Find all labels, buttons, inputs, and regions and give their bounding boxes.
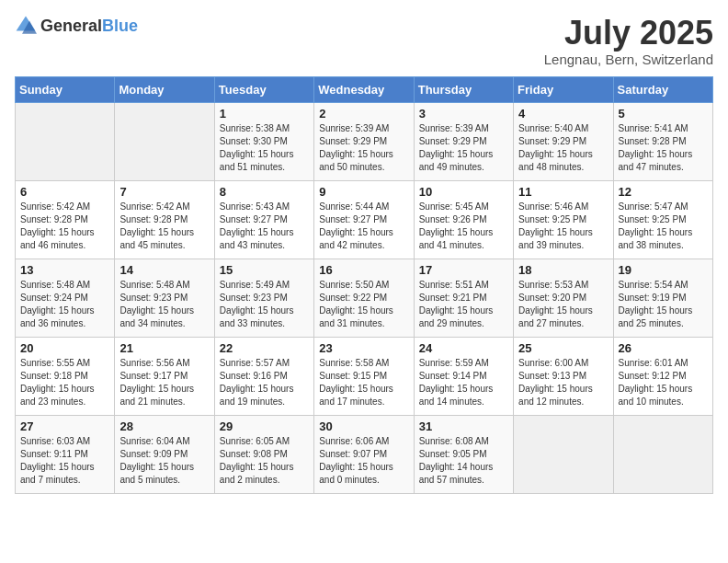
day-info: Sunrise: 6:00 AMSunset: 9:13 PMDaylight:… bbox=[518, 357, 608, 408]
day-number: 25 bbox=[518, 341, 608, 355]
day-number: 4 bbox=[518, 107, 608, 121]
calendar-cell: 10Sunrise: 5:45 AMSunset: 9:26 PMDayligh… bbox=[414, 180, 513, 259]
day-info: Sunrise: 5:46 AMSunset: 9:25 PMDaylight:… bbox=[518, 201, 608, 252]
day-number: 22 bbox=[220, 341, 309, 355]
day-info: Sunrise: 6:03 AMSunset: 9:11 PMDaylight:… bbox=[20, 435, 109, 487]
month-year-title: July 2025 bbox=[544, 15, 713, 52]
day-info: Sunrise: 5:45 AMSunset: 9:26 PMDaylight:… bbox=[419, 201, 508, 252]
day-number: 5 bbox=[619, 107, 708, 121]
day-number: 20 bbox=[20, 341, 109, 355]
calendar-cell: 1Sunrise: 5:38 AMSunset: 9:30 PMDaylight… bbox=[214, 102, 313, 180]
day-number: 12 bbox=[619, 185, 708, 199]
day-info: Sunrise: 5:51 AMSunset: 9:21 PMDaylight:… bbox=[419, 279, 508, 330]
day-number: 30 bbox=[319, 419, 408, 433]
day-info: Sunrise: 5:48 AMSunset: 9:24 PMDaylight:… bbox=[20, 279, 109, 330]
calendar-cell: 17Sunrise: 5:51 AMSunset: 9:21 PMDayligh… bbox=[414, 259, 513, 337]
calendar-cell: 19Sunrise: 5:54 AMSunset: 9:19 PMDayligh… bbox=[613, 259, 712, 337]
day-number: 24 bbox=[419, 341, 508, 355]
week-row-4: 20Sunrise: 5:55 AMSunset: 9:18 PMDayligh… bbox=[16, 337, 713, 415]
calendar-cell: 18Sunrise: 5:53 AMSunset: 9:20 PMDayligh… bbox=[514, 259, 613, 337]
week-row-1: 1Sunrise: 5:38 AMSunset: 9:30 PMDaylight… bbox=[16, 102, 713, 180]
calendar-cell: 16Sunrise: 5:50 AMSunset: 9:22 PMDayligh… bbox=[314, 259, 414, 337]
day-info: Sunrise: 6:04 AMSunset: 9:09 PMDaylight:… bbox=[119, 435, 209, 487]
weekday-header-monday: Monday bbox=[115, 76, 214, 102]
day-info: Sunrise: 5:50 AMSunset: 9:22 PMDaylight:… bbox=[319, 279, 408, 330]
day-number: 15 bbox=[220, 263, 309, 277]
calendar-cell: 25Sunrise: 6:00 AMSunset: 9:13 PMDayligh… bbox=[514, 337, 613, 415]
calendar-cell: 31Sunrise: 6:08 AMSunset: 9:05 PMDayligh… bbox=[414, 415, 513, 493]
calendar-cell: 4Sunrise: 5:40 AMSunset: 9:29 PMDaylight… bbox=[514, 102, 613, 180]
day-info: Sunrise: 5:55 AMSunset: 9:18 PMDaylight:… bbox=[20, 357, 109, 408]
logo: GeneralBlue bbox=[15, 15, 138, 37]
day-info: Sunrise: 5:40 AMSunset: 9:29 PMDaylight:… bbox=[518, 122, 608, 174]
day-number: 19 bbox=[619, 263, 708, 277]
week-row-2: 6Sunrise: 5:42 AMSunset: 9:28 PMDaylight… bbox=[16, 180, 713, 259]
day-number: 23 bbox=[319, 341, 408, 355]
week-row-3: 13Sunrise: 5:48 AMSunset: 9:24 PMDayligh… bbox=[16, 259, 713, 337]
day-number: 28 bbox=[119, 419, 209, 433]
day-number: 13 bbox=[20, 263, 109, 277]
day-number: 1 bbox=[220, 107, 309, 121]
day-number: 7 bbox=[119, 185, 209, 199]
day-info: Sunrise: 5:41 AMSunset: 9:28 PMDaylight:… bbox=[619, 122, 708, 174]
calendar-cell: 13Sunrise: 5:48 AMSunset: 9:24 PMDayligh… bbox=[16, 259, 115, 337]
day-info: Sunrise: 5:42 AMSunset: 9:28 PMDaylight:… bbox=[119, 201, 209, 252]
day-info: Sunrise: 5:49 AMSunset: 9:23 PMDaylight:… bbox=[220, 279, 309, 330]
calendar-cell: 7Sunrise: 5:42 AMSunset: 9:28 PMDaylight… bbox=[115, 180, 214, 259]
calendar-cell: 21Sunrise: 5:56 AMSunset: 9:17 PMDayligh… bbox=[115, 337, 214, 415]
day-number: 8 bbox=[220, 185, 309, 199]
calendar-cell: 6Sunrise: 5:42 AMSunset: 9:28 PMDaylight… bbox=[16, 180, 115, 259]
day-number: 18 bbox=[518, 263, 608, 277]
weekday-header-saturday: Saturday bbox=[613, 76, 712, 102]
day-number: 29 bbox=[220, 419, 309, 433]
calendar-cell: 27Sunrise: 6:03 AMSunset: 9:11 PMDayligh… bbox=[16, 415, 115, 493]
day-number: 26 bbox=[619, 341, 708, 355]
calendar-cell: 3Sunrise: 5:39 AMSunset: 9:29 PMDaylight… bbox=[414, 102, 513, 180]
calendar-cell: 28Sunrise: 6:04 AMSunset: 9:09 PMDayligh… bbox=[115, 415, 214, 493]
calendar-cell: 15Sunrise: 5:49 AMSunset: 9:23 PMDayligh… bbox=[214, 259, 313, 337]
calendar-cell: 26Sunrise: 6:01 AMSunset: 9:12 PMDayligh… bbox=[613, 337, 712, 415]
day-number: 17 bbox=[419, 263, 508, 277]
calendar-cell: 5Sunrise: 5:41 AMSunset: 9:28 PMDaylight… bbox=[613, 102, 712, 180]
day-info: Sunrise: 5:39 AMSunset: 9:29 PMDaylight:… bbox=[319, 122, 408, 174]
weekday-header-row: SundayMondayTuesdayWednesdayThursdayFrid… bbox=[16, 76, 713, 102]
day-info: Sunrise: 5:43 AMSunset: 9:27 PMDaylight:… bbox=[220, 201, 309, 252]
day-info: Sunrise: 5:42 AMSunset: 9:28 PMDaylight:… bbox=[20, 201, 109, 252]
day-info: Sunrise: 5:39 AMSunset: 9:29 PMDaylight:… bbox=[419, 122, 508, 174]
day-info: Sunrise: 5:54 AMSunset: 9:19 PMDaylight:… bbox=[619, 279, 708, 330]
calendar-cell: 23Sunrise: 5:58 AMSunset: 9:15 PMDayligh… bbox=[314, 337, 414, 415]
calendar-cell: 2Sunrise: 5:39 AMSunset: 9:29 PMDaylight… bbox=[314, 102, 414, 180]
calendar-cell: 9Sunrise: 5:44 AMSunset: 9:27 PMDaylight… bbox=[314, 180, 414, 259]
weekday-header-sunday: Sunday bbox=[16, 76, 115, 102]
day-info: Sunrise: 6:08 AMSunset: 9:05 PMDaylight:… bbox=[419, 435, 508, 487]
calendar-cell bbox=[514, 415, 613, 493]
day-number: 21 bbox=[119, 341, 209, 355]
calendar-cell: 12Sunrise: 5:47 AMSunset: 9:25 PMDayligh… bbox=[613, 180, 712, 259]
title-block: July 2025 Lengnau, Bern, Switzerland bbox=[544, 15, 713, 67]
day-info: Sunrise: 5:44 AMSunset: 9:27 PMDaylight:… bbox=[319, 201, 408, 252]
calendar-cell bbox=[115, 102, 214, 180]
calendar-cell: 30Sunrise: 6:06 AMSunset: 9:07 PMDayligh… bbox=[314, 415, 414, 493]
logo-general-text: GeneralBlue bbox=[40, 17, 138, 35]
calendar-cell: 24Sunrise: 5:59 AMSunset: 9:14 PMDayligh… bbox=[414, 337, 513, 415]
weekday-header-thursday: Thursday bbox=[414, 76, 513, 102]
calendar-cell: 8Sunrise: 5:43 AMSunset: 9:27 PMDaylight… bbox=[214, 180, 313, 259]
day-info: Sunrise: 5:56 AMSunset: 9:17 PMDaylight:… bbox=[119, 357, 209, 408]
calendar-cell bbox=[16, 102, 115, 180]
calendar-cell: 11Sunrise: 5:46 AMSunset: 9:25 PMDayligh… bbox=[514, 180, 613, 259]
day-info: Sunrise: 5:57 AMSunset: 9:16 PMDaylight:… bbox=[220, 357, 309, 408]
day-number: 11 bbox=[518, 185, 608, 199]
day-info: Sunrise: 5:58 AMSunset: 9:15 PMDaylight:… bbox=[319, 357, 408, 408]
day-info: Sunrise: 5:47 AMSunset: 9:25 PMDaylight:… bbox=[619, 201, 708, 252]
location-subtitle: Lengnau, Bern, Switzerland bbox=[544, 52, 713, 67]
day-number: 31 bbox=[419, 419, 508, 433]
weekday-header-wednesday: Wednesday bbox=[314, 76, 414, 102]
day-info: Sunrise: 5:53 AMSunset: 9:20 PMDaylight:… bbox=[518, 279, 608, 330]
week-row-5: 27Sunrise: 6:03 AMSunset: 9:11 PMDayligh… bbox=[16, 415, 713, 493]
logo-icon bbox=[15, 15, 37, 37]
day-info: Sunrise: 5:38 AMSunset: 9:30 PMDaylight:… bbox=[220, 122, 309, 174]
calendar-cell: 22Sunrise: 5:57 AMSunset: 9:16 PMDayligh… bbox=[214, 337, 313, 415]
day-number: 3 bbox=[419, 107, 508, 121]
day-info: Sunrise: 6:05 AMSunset: 9:08 PMDaylight:… bbox=[220, 435, 309, 487]
calendar-cell: 20Sunrise: 5:55 AMSunset: 9:18 PMDayligh… bbox=[16, 337, 115, 415]
